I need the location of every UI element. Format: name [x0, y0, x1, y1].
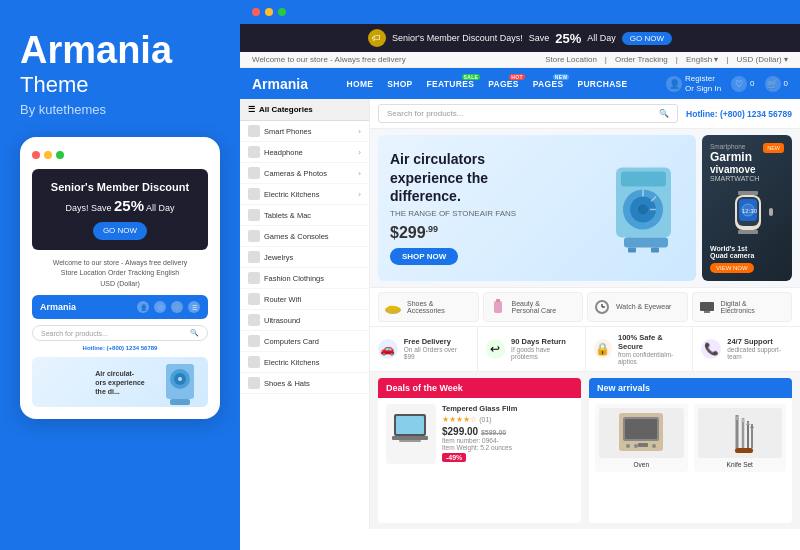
jewelry-icon [248, 251, 260, 263]
phone-product-image: Air circulat-ors experiencethe di... [32, 357, 208, 407]
rb-new-badge: NEW [763, 143, 784, 153]
search-placeholder: Search for products... [387, 109, 463, 118]
sidebar-item-electric-kitchens-1[interactable]: Electric Kitchens › [240, 184, 369, 205]
store-info-left: Welcome to our store - Always free deliv… [252, 55, 406, 64]
features-strip: 🚗 Free Delivery On all Orders over $99 ↩… [370, 326, 800, 372]
announcement-go-btn[interactable]: GO NOW [622, 32, 672, 45]
nav-wishlist[interactable]: ♡ 0 [731, 76, 754, 92]
nav-shop[interactable]: SHOP [387, 79, 412, 89]
phone-dots [32, 151, 208, 159]
cat-digital[interactable]: Digital &Electronics [692, 292, 793, 322]
phone-product-text: Air circulat-ors experiencethe di... [90, 364, 149, 401]
ultrasound-icon [248, 314, 260, 326]
sidebar-item-games[interactable]: Games & Consoles [240, 226, 369, 247]
phone-nav: Armania 👤 ♡ 🛒 ☰ [32, 295, 208, 319]
svg-marker-49 [741, 418, 745, 422]
main-nav: Armania HOME SHOP FEATURES SALE PAGES HO… [240, 68, 800, 99]
svg-rect-42 [638, 443, 648, 447]
left-panel: Armania Theme By kutethemes Senior's Mem… [0, 0, 240, 550]
right-banner-garmin: Smartphone Garmin vivamove SMARTWATCH NE… [702, 135, 792, 281]
svg-rect-6 [621, 171, 666, 186]
svg-rect-11 [628, 247, 636, 252]
new-arrivals-header: New arrivals [589, 378, 792, 398]
nav-purchase[interactable]: PURCHASE [577, 79, 627, 89]
cameras-icon [248, 167, 260, 179]
sidebar: ☰ All Categories Smart Phones › Headphon… [240, 99, 370, 529]
svg-text:12:30: 12:30 [742, 208, 758, 214]
svg-point-9 [638, 204, 648, 214]
sidebar-item-computers[interactable]: Computers Card [240, 331, 369, 352]
user-icon: 👤 [666, 76, 682, 92]
search-box[interactable]: Search for products... 🔍 [378, 104, 678, 123]
svg-rect-31 [704, 311, 710, 313]
store-welcome: Welcome to our store - Always free deliv… [252, 55, 406, 64]
svg-rect-43 [735, 448, 753, 453]
fashion-icon [248, 272, 260, 284]
category-row: Shoes &Accessories Beauty &Personal Care [370, 287, 800, 326]
sidebar-item-electric-kitchens-2[interactable]: Electric Kitchens [240, 352, 369, 373]
sidebar-item-ultrasound[interactable]: Ultrasound [240, 310, 369, 331]
svg-marker-50 [746, 421, 750, 425]
nav-cart[interactable]: 🛒 0 [765, 76, 788, 92]
nav-logo[interactable]: Armania [252, 76, 308, 92]
desktop-dot-yellow [265, 8, 273, 16]
sidebar-item-jewelry[interactable]: Jewelrys [240, 247, 369, 268]
cat-shoes-icon [383, 297, 403, 317]
svg-rect-26 [496, 299, 500, 302]
sidebar-item-cameras[interactable]: Cameras & Photos › [240, 163, 369, 184]
phone-mockup: Senior's Member Discount Days! Save 25% … [20, 137, 220, 420]
hero-section: Air circulatorsexperience thedifference.… [370, 129, 800, 287]
phone-go-btn[interactable]: GO NOW [93, 222, 147, 240]
sidebar-item-headphone[interactable]: Headphone › [240, 142, 369, 163]
hotline-text: Hotline: (+800) 1234 56789 [686, 109, 792, 119]
pages-badge: HOT [509, 74, 524, 80]
rb-model: vivamove [710, 164, 784, 175]
hero-shop-btn[interactable]: SHOP NOW [390, 248, 458, 265]
cat-watch[interactable]: Watch & Eyewear [587, 292, 688, 322]
sidebar-item-fashion[interactable]: Fashion Clothings [240, 268, 369, 289]
sidebar-item-router[interactable]: Router Wifi [240, 289, 369, 310]
feature-return: ↩ 90 Days Return If goods have problems [478, 327, 586, 371]
sidebar-header: ☰ All Categories [240, 99, 369, 121]
sidebar-item-smartphones[interactable]: Smart Phones › [240, 121, 369, 142]
phone-nav-icons: 👤 ♡ 🛒 ☰ [137, 301, 200, 313]
nav-home[interactable]: HOME [347, 79, 374, 89]
svg-rect-34 [392, 436, 428, 440]
cat-beauty[interactable]: Beauty &Personal Care [483, 292, 584, 322]
cat-shoes-label: Shoes &Accessories [407, 300, 445, 314]
announcement-allday: All Day [587, 33, 616, 43]
shoes-icon [248, 377, 260, 389]
features-badge: SALE [462, 74, 481, 80]
svg-rect-30 [700, 302, 714, 311]
nav-pages[interactable]: PAGES HOT [488, 79, 519, 89]
hero-banner: Air circulatorsexperience thedifference.… [378, 135, 696, 281]
language-selector[interactable]: English ▾ [686, 55, 718, 64]
sidebar-item-tablets[interactable]: Tablets & Mac [240, 205, 369, 226]
tablets-icon [248, 209, 260, 221]
currency-selector[interactable]: USD (Dollar) ▾ [736, 55, 788, 64]
svg-rect-35 [399, 440, 421, 442]
cat-digital-icon [697, 297, 717, 317]
nav-right: 👤 Register Or Sign In ♡ 0 🛒 0 [666, 74, 788, 93]
cat-shoes[interactable]: Shoes &Accessories [378, 292, 479, 322]
svg-marker-51 [750, 424, 754, 428]
desktop-top-bar [240, 0, 800, 24]
order-tracking-link[interactable]: Order Tracking [615, 55, 668, 64]
phone-search-bar[interactable]: Search for products... 🔍 [32, 325, 208, 341]
main-content: Search for products... 🔍 Hotline: (+800)… [370, 99, 800, 529]
rb-view-btn[interactable]: VIEW NOW [710, 263, 754, 273]
arrival-knives[interactable]: Knife Set [694, 404, 787, 472]
announcement-logo-icon: 🏷 [368, 29, 386, 47]
chevron-icon: › [358, 190, 361, 199]
sidebar-item-shoes[interactable]: Shoes & Hats [240, 373, 369, 394]
nav-features[interactable]: FEATURES SALE [427, 79, 475, 89]
nav-account[interactable]: 👤 Register Or Sign In [666, 74, 721, 93]
bottom-row: Deals of the Week [370, 372, 800, 530]
phone-banner-days: Days! Save 25% All Day [40, 195, 200, 218]
hero-title: Air circulatorsexperience thedifference. [390, 150, 516, 205]
arrival-oven[interactable]: Oven [595, 404, 688, 472]
nav-new-pages[interactable]: PAGES NEW [533, 79, 564, 89]
brand-title: Armania [20, 30, 220, 72]
cat-watch-label: Watch & Eyewear [616, 303, 671, 310]
store-location-link[interactable]: Store Location [545, 55, 597, 64]
